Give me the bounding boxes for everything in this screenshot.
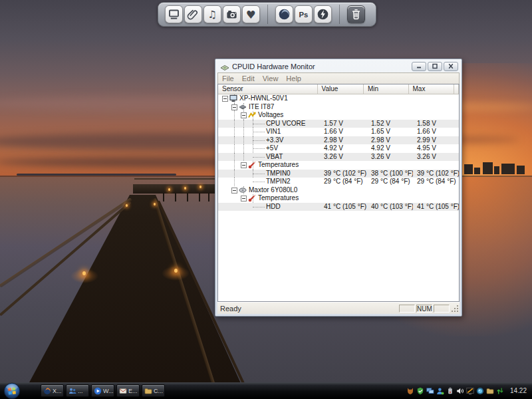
tree-guide-line bbox=[234, 170, 235, 178]
building-silhouette bbox=[464, 164, 473, 174]
pier-light bbox=[200, 186, 201, 188]
taskbar-button-firefox[interactable]: X... bbox=[41, 384, 64, 397]
column-header-sensor[interactable]: Sensor bbox=[218, 84, 318, 94]
tree-node-maxtor-6y080l0[interactable]: Maxtor 6Y080L0 bbox=[218, 186, 459, 195]
sensor-row-cpu-vcore[interactable]: CPU VCORE1.57 V1.52 V1.58 V bbox=[218, 120, 459, 128]
minimize-button[interactable] bbox=[412, 62, 426, 71]
sensor-row-+3.3v[interactable]: +3.3V2.98 V2.98 V2.99 V bbox=[218, 136, 459, 145]
sensor-row-vin1[interactable]: VIN11.66 V1.65 V1.66 V bbox=[218, 128, 459, 136]
expander-collapse-box[interactable] bbox=[241, 112, 247, 118]
folder-sync-icon[interactable] bbox=[486, 386, 495, 395]
sensor-label: TMPIN0 bbox=[266, 170, 291, 178]
tree-node-temperatures[interactable]: Temperatures bbox=[218, 194, 459, 203]
tree-leaf-stub bbox=[253, 132, 265, 132]
column-header-value[interactable]: Value bbox=[318, 84, 364, 94]
sensor-label: TMPIN2 bbox=[266, 178, 291, 186]
taskbar-button-label: W... bbox=[103, 388, 114, 394]
tree-leaf-stub bbox=[253, 207, 265, 207]
tree-node-voltages[interactable]: Voltages bbox=[218, 111, 459, 120]
voltage-icon bbox=[248, 111, 256, 119]
tree-guide-line bbox=[234, 120, 235, 128]
sensor-max: 1.66 V bbox=[413, 128, 460, 136]
attachments-icon bbox=[187, 8, 200, 21]
start-button[interactable] bbox=[3, 382, 21, 399]
maximize-button[interactable] bbox=[428, 62, 442, 71]
network-activity-icon[interactable] bbox=[496, 386, 505, 395]
taskbar-clock[interactable]: 14.22 bbox=[510, 387, 527, 394]
taskbar-button-folder[interactable]: C... bbox=[142, 384, 165, 397]
status-panel-scroll bbox=[434, 305, 450, 313]
shield-icon[interactable] bbox=[416, 386, 425, 395]
resize-grip[interactable] bbox=[451, 305, 460, 313]
pier-post bbox=[175, 193, 176, 201]
column-header-min[interactable]: Min bbox=[364, 84, 409, 94]
expander-collapse-box[interactable] bbox=[241, 162, 247, 168]
sensor-row-tmpin2[interactable]: TMPIN229 °C (84 °F)29 °C (84 °F)29 °C (8… bbox=[218, 178, 459, 186]
menu-item-help[interactable]: Help bbox=[282, 74, 305, 82]
pier-light bbox=[184, 187, 186, 190]
sensor-max: 39 °C (102 °F) bbox=[413, 170, 460, 178]
expander-collapse-box[interactable] bbox=[231, 188, 237, 194]
user-icon[interactable] bbox=[436, 386, 445, 395]
dock-button-launcher[interactable] bbox=[314, 5, 332, 23]
sensor-row-tmpin0[interactable]: TMPIN039 °C (102 °F)38 °C (100 °F)39 °C … bbox=[218, 170, 459, 178]
taskbar-button-label: ... bbox=[78, 388, 83, 394]
sensor-label: XP-HWNL-50V1 bbox=[239, 94, 288, 103]
sensor-max: 41 °C (105 °F) bbox=[413, 203, 460, 211]
tree-node-xp-hwnl-50v1[interactable]: XP-HWNL-50V1 bbox=[218, 94, 459, 103]
sensor-value: 2.98 V bbox=[320, 136, 367, 145]
sensor-min: 3.26 V bbox=[367, 153, 413, 162]
dock-button-photoshop[interactable]: Ps bbox=[295, 5, 313, 23]
taskbar-button-label: C... bbox=[154, 388, 163, 394]
tree-guide-line bbox=[234, 111, 235, 120]
music-icon: ♫ bbox=[206, 8, 219, 21]
dock-button-trash[interactable] bbox=[347, 5, 365, 23]
sensor-tree: XP-HWNL-50V1ITE IT87VoltagesCPU VCORE1.5… bbox=[218, 94, 459, 301]
dock-button-firefox[interactable] bbox=[275, 5, 293, 23]
taskbar-button-media-player[interactable]: W... bbox=[91, 384, 114, 397]
close-button[interactable] bbox=[444, 62, 458, 71]
dock-button-favorites[interactable]: ♥ bbox=[242, 5, 260, 23]
pier-light bbox=[126, 204, 128, 207]
tree-node-temperatures[interactable]: Temperatures bbox=[218, 161, 459, 170]
column-header-max[interactable]: Max bbox=[409, 84, 455, 94]
sensor-value: 41 °C (105 °F) bbox=[320, 203, 367, 211]
people-icon bbox=[68, 387, 76, 395]
taskbar-button-people[interactable]: ... bbox=[66, 384, 89, 397]
pier-light bbox=[154, 203, 156, 205]
menu-item-file[interactable]: File bbox=[218, 74, 238, 82]
dock-button-camera[interactable] bbox=[223, 5, 241, 23]
expander-collapse-box[interactable] bbox=[222, 96, 228, 102]
sensor-value: 1.57 V bbox=[320, 120, 367, 128]
sensor-row-hdd[interactable]: HDD41 °C (105 °F)40 °C (103 °F)41 °C (10… bbox=[218, 203, 459, 211]
dock-button-computer[interactable] bbox=[165, 5, 183, 23]
dock-button-music[interactable]: ♫ bbox=[203, 5, 221, 23]
menu-item-view[interactable]: View bbox=[259, 74, 283, 82]
hardware-monitor-icon[interactable] bbox=[466, 386, 475, 395]
sensor-label: Temperatures bbox=[258, 161, 299, 170]
expander-collapse-box[interactable] bbox=[241, 196, 247, 201]
titlebar[interactable]: CPUID Hardware Monitor bbox=[217, 59, 460, 72]
folder-icon bbox=[144, 387, 152, 395]
expander-collapse-box[interactable] bbox=[231, 104, 237, 110]
camera-lens-icon[interactable] bbox=[476, 386, 485, 395]
firefox-icon bbox=[278, 8, 291, 21]
sensor-row-vbat[interactable]: VBAT3.26 V3.26 V3.26 V bbox=[218, 153, 459, 162]
usb-device-icon[interactable] bbox=[446, 386, 455, 395]
sensor-min: 40 °C (103 °F) bbox=[367, 203, 413, 211]
temperature-icon bbox=[248, 161, 256, 169]
sensor-max: 4.95 V bbox=[413, 144, 460, 153]
pier-post bbox=[208, 193, 209, 201]
tree-guide-line bbox=[234, 161, 235, 170]
tree-guide-line bbox=[243, 144, 244, 153]
volume-icon[interactable] bbox=[456, 386, 465, 395]
chip-icon bbox=[239, 103, 247, 111]
fox-icon[interactable] bbox=[406, 386, 415, 395]
sensor-row-+5v[interactable]: +5V4.92 V4.92 V4.95 V bbox=[218, 144, 459, 153]
dual-monitor-icon[interactable] bbox=[426, 386, 435, 395]
menu-item-edit[interactable]: Edit bbox=[238, 74, 259, 82]
dock-button-attachments[interactable] bbox=[184, 5, 202, 23]
app-icon bbox=[220, 63, 229, 70]
tree-node-ite-it87[interactable]: ITE IT87 bbox=[218, 103, 459, 112]
taskbar-button-email[interactable]: E... bbox=[116, 384, 140, 397]
